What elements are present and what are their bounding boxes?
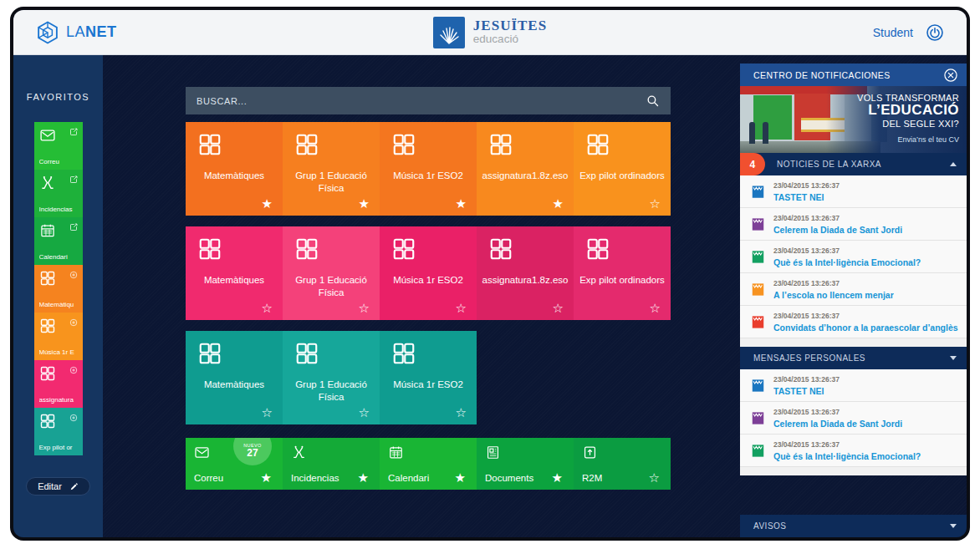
course-tile[interactable]: Grup 1 Educació Física ★	[283, 122, 380, 216]
course-tile[interactable]: Grup 1 Educació Física ☆	[283, 226, 380, 320]
brand-name: JESUÏTES	[473, 18, 547, 33]
notification-item[interactable]: 23/04/2015 13:26:37 Què és la Intel·ligè…	[740, 241, 967, 273]
app-window: LANET JESUÏTES educació Student FAVORITO…	[10, 7, 970, 541]
favorite-star-icon[interactable]: ☆	[456, 406, 467, 419]
favorite-star-icon[interactable]: ★	[359, 197, 370, 210]
favorite-assignatura[interactable]: assignatura	[34, 360, 83, 408]
section-noticies-header[interactable]: 4 NOTICIES DE LA XARXA	[740, 153, 967, 175]
favorite-star-icon[interactable]: ☆	[650, 197, 661, 210]
favorite-star-icon[interactable]: ★	[262, 197, 273, 210]
add-circle-icon[interactable]	[69, 318, 79, 328]
user-name[interactable]: Student	[873, 26, 913, 39]
ribbon-icon	[750, 378, 766, 394]
expand-arrow-icon[interactable]	[950, 356, 957, 360]
favorite-exp-pilot[interactable]: Exp pilot or	[34, 408, 83, 455]
course-tile[interactable]: Música 1r ESO2 ☆	[380, 331, 477, 424]
search-bar[interactable]	[186, 87, 671, 114]
edit-favorites-button[interactable]: Editar	[26, 477, 90, 496]
open-external-icon[interactable]	[69, 127, 79, 137]
favorite-star-icon[interactable]: ★	[358, 471, 369, 484]
section-mensajes-header[interactable]: MENSAJES PERSONALES	[740, 347, 967, 369]
section-avisos-header[interactable]: AVISOS	[740, 515, 967, 537]
favorite-star-icon[interactable]: ★	[456, 197, 467, 210]
favorite-matematiques[interactable]: Matemàtiqu	[34, 265, 83, 313]
course-tile[interactable]: assignatura1.8z.eso ★	[477, 122, 574, 216]
course-tile[interactable]: assignatura1.8z.eso ☆	[477, 226, 574, 320]
favorite-label: Incidencias	[39, 206, 81, 213]
app-label: Incidencias	[291, 473, 339, 483]
incidents-icon	[39, 175, 56, 191]
banner-text: VOLS TRANSFORMAR L’EDUCACIÓ DEL SEGLE XX…	[857, 93, 959, 144]
favorite-star-icon[interactable]: ☆	[262, 406, 273, 419]
lanet-logo[interactable]: LANET	[35, 20, 117, 45]
open-external-icon[interactable]	[69, 222, 79, 232]
ribbon-icon	[750, 314, 766, 330]
expand-arrow-icon[interactable]	[950, 524, 957, 528]
favorite-star-icon[interactable]: ☆	[359, 302, 370, 314]
grid-icon	[294, 236, 319, 262]
notification-title[interactable]: Convidats d’honor a la paraescolar d’ang…	[773, 323, 958, 333]
course-tile[interactable]: Música 1r ESO2 ★	[380, 122, 477, 216]
favorite-star-icon[interactable]: ☆	[553, 302, 564, 314]
course-tile[interactable]: Matemàtiques ☆	[186, 331, 283, 424]
notification-item[interactable]: 23/04/2015 13:26:37 A l’escola no llence…	[740, 273, 967, 306]
hexagon-logo-icon	[35, 20, 60, 45]
favorite-label: Correu	[39, 158, 81, 165]
notification-title[interactable]: Què és la Intel·ligència Emocional?	[773, 257, 921, 267]
course-tile[interactable]: Música 1r ESO2 ☆	[380, 226, 477, 320]
app-tile-documents[interactable]: Documents ★	[477, 438, 574, 490]
favorite-star-icon[interactable]: ★	[553, 197, 564, 210]
notification-item[interactable]: 23/04/2015 13:26:37 Celerem la Diada de …	[740, 402, 967, 435]
favorite-star-icon[interactable]: ☆	[456, 302, 467, 314]
app-tile-incidencias[interactable]: Incidencias ★	[283, 438, 380, 490]
tile-label: assignatura1.8z.eso	[479, 274, 571, 287]
grid-icon	[391, 341, 416, 366]
promo-banner[interactable]: VOLS TRANSFORMAR L’EDUCACIÓ DEL SEGLE XX…	[740, 86, 967, 153]
add-circle-icon[interactable]	[69, 270, 79, 280]
notification-item[interactable]: 23/04/2015 13:26:37 TASTET NEI	[740, 369, 967, 402]
notification-item[interactable]: 23/04/2015 13:26:37 Què és la Intel·ligè…	[740, 435, 967, 467]
course-tile[interactable]: Matemàtiques ☆	[186, 226, 283, 320]
favorite-star-icon[interactable]: ★	[552, 471, 563, 484]
favorite-star-icon[interactable]: ☆	[262, 302, 273, 314]
favorite-star-icon[interactable]: ★	[455, 471, 466, 484]
favorite-calendari[interactable]: Calendari	[34, 217, 83, 265]
notification-item[interactable]: 23/04/2015 13:26:37 Celerem la Diada de …	[740, 208, 967, 241]
calendar-icon	[388, 445, 404, 460]
app-tile-correu[interactable]: NUEVO 27 Correu ★	[186, 438, 283, 490]
notification-title[interactable]: Què és la Intel·ligència Emocional?	[773, 451, 921, 461]
favorite-star-icon[interactable]: ☆	[359, 406, 370, 419]
notification-title[interactable]: Celerem la Diada de Sant Jordi	[773, 225, 902, 235]
tile-row-orange: Matemàtiques ★ Grup 1 Educació Física ★ …	[186, 122, 671, 216]
notification-title[interactable]: TASTET NEI	[773, 192, 840, 202]
course-tile[interactable]: Exp pilot ordinadors ☆	[574, 122, 671, 216]
add-circle-icon[interactable]	[69, 365, 79, 375]
notification-title[interactable]: TASTET NEI	[773, 386, 840, 396]
favorite-incidencias[interactable]: Incidencias	[34, 170, 83, 217]
course-tile[interactable]: Grup 1 Educació Física ☆	[283, 331, 380, 424]
open-external-icon[interactable]	[69, 175, 79, 185]
favorite-musica[interactable]: Música 1r E	[34, 313, 83, 360]
notification-item[interactable]: 23/04/2015 13:26:37 TASTET NEI	[740, 175, 967, 208]
notification-title[interactable]: Celerem la Diada de Sant Jordi	[773, 419, 902, 429]
power-logout-icon[interactable]	[925, 23, 945, 43]
banner-cta[interactable]: Envia’ns el teu CV	[857, 135, 959, 144]
course-tile[interactable]: Matemàtiques ★	[186, 122, 283, 216]
favorite-star-icon[interactable]: ★	[261, 471, 272, 484]
search-icon[interactable]	[646, 94, 660, 108]
favorite-star-icon[interactable]: ☆	[649, 471, 660, 484]
app-tile-calendari[interactable]: Calendari ★	[380, 438, 477, 490]
close-icon[interactable]	[942, 67, 959, 84]
favorite-correu[interactable]: Correu	[34, 122, 83, 170]
search-input[interactable]	[197, 96, 646, 106]
app-label: Calendari	[388, 473, 429, 483]
tile-label: Exp pilot ordinadors	[576, 170, 668, 182]
collapse-arrow-icon[interactable]	[950, 162, 957, 166]
course-tile[interactable]: Exp pilot ordinadors ☆	[574, 226, 671, 320]
grid-icon	[391, 132, 416, 157]
app-tile-r2m[interactable]: R2M ☆	[574, 438, 671, 490]
favorite-star-icon[interactable]: ☆	[650, 302, 661, 314]
notification-title[interactable]: A l’escola no llencem menjar	[773, 290, 894, 300]
notification-item[interactable]: 23/04/2015 13:26:37 Convidats d’honor a …	[740, 306, 967, 338]
add-circle-icon[interactable]	[69, 413, 79, 423]
